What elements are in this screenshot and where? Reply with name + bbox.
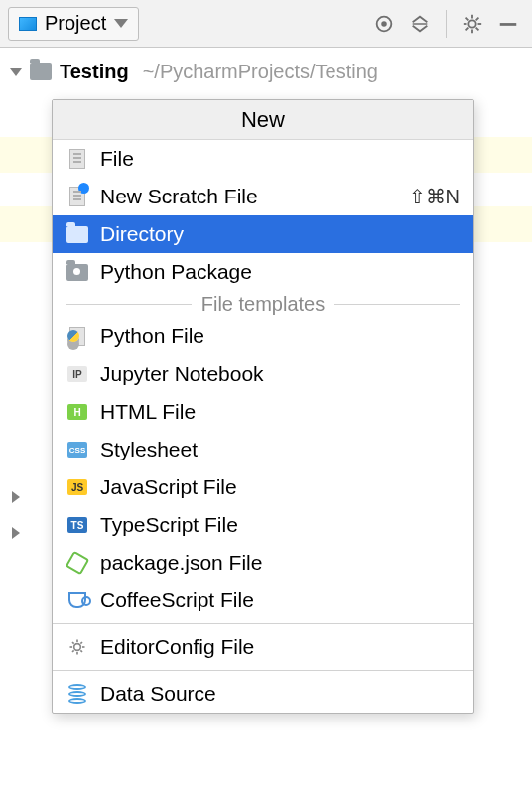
menu-item-file[interactable]: File [53,140,473,178]
file-icon [66,148,88,170]
html-file-icon: H [66,401,88,423]
svg-line-18 [72,642,74,644]
svg-line-10 [466,27,469,30]
chevron-down-icon [114,19,128,28]
scroll-from-source-icon[interactable] [370,10,398,38]
folder-icon [30,63,52,80]
menu-item-label: Directory [100,222,184,246]
menu-item-label: Stylesheet [100,438,198,461]
menu-item-stylesheet[interactable]: CSS Stylesheet [53,431,473,468]
js-file-icon: JS [66,476,88,498]
menu-section-file-templates: File templates [53,291,473,318]
menu-item-label: File [100,147,134,171]
menu-item-editorconfig[interactable]: EditorConfig File [53,628,473,666]
menu-item-label: Python Package [100,260,252,284]
menu-item-python-file[interactable]: Python File [53,318,473,355]
svg-point-1 [381,21,387,27]
database-icon [66,683,88,705]
menu-item-label: Jupyter Notebook [100,362,264,386]
gear-icon [66,636,88,658]
minimize-icon[interactable] [494,10,522,38]
menu-item-label: New Scratch File [100,185,258,208]
coffee-icon [66,590,88,611]
jupyter-icon: IP [66,363,88,385]
python-file-icon [66,326,88,347]
expand-toggle-icon[interactable] [12,491,20,503]
menu-item-label: TypeScript File [100,513,238,537]
menu-item-html-file[interactable]: H HTML File [53,393,473,431]
new-context-menu: New File New Scratch File ⇧⌘N Directory … [52,99,474,714]
menu-item-python-package[interactable]: Python Package [53,253,473,291]
tree-root-row[interactable]: Testing ~/PycharmProjects/Testing [0,54,532,89]
project-view-selector[interactable]: Project [8,7,139,41]
svg-line-11 [476,17,479,20]
menu-item-typescript-file[interactable]: TS TypeScript File [53,506,473,544]
svg-line-20 [72,650,74,652]
menu-item-data-source[interactable]: Data Source [53,675,473,713]
scratch-file-icon [66,186,88,207]
svg-rect-12 [500,23,517,26]
menu-title: New [241,107,285,133]
menu-item-scratch-file[interactable]: New Scratch File ⇧⌘N [53,178,473,215]
collapse-all-icon[interactable] [406,10,434,38]
toolbar-separator [446,10,447,38]
menu-item-label: Python File [100,325,204,348]
menu-item-label: Data Source [100,682,216,706]
menu-item-label: CoffeeScript File [100,589,254,612]
ts-file-icon: TS [66,514,88,536]
package-icon [66,261,88,283]
menu-divider [53,623,473,624]
project-icon [19,17,37,31]
menu-item-shortcut: ⇧⌘N [409,185,460,208]
menu-item-package-json[interactable]: package.json File [53,544,473,582]
menu-item-javascript-file[interactable]: JS JavaScript File [53,468,473,506]
menu-item-jupyter-notebook[interactable]: IP Jupyter Notebook [53,355,473,393]
menu-item-coffeescript-file[interactable]: CoffeeScript File [53,582,473,619]
tree-root-path: ~/PycharmProjects/Testing [143,61,378,83]
menu-section-label: File templates [192,293,335,316]
svg-point-3 [468,20,475,27]
folder-icon [66,223,88,245]
nodejs-icon [66,552,88,574]
expand-toggle-icon[interactable] [10,68,22,76]
gear-icon[interactable] [459,10,486,38]
tree-root-label: Testing [60,61,129,83]
svg-line-9 [476,27,479,30]
menu-item-directory[interactable]: Directory [53,215,473,253]
menu-header: New [53,100,473,140]
project-toolbar: Project [0,0,532,48]
svg-line-19 [80,650,82,652]
css-file-icon: CSS [66,439,88,460]
svg-line-21 [80,642,82,644]
project-view-label: Project [45,12,106,35]
menu-divider [53,670,473,671]
menu-item-label: HTML File [100,400,196,424]
menu-item-label: package.json File [100,551,262,575]
menu-item-label: EditorConfig File [100,635,254,659]
svg-point-13 [74,644,81,651]
project-tree: Testing ~/PycharmProjects/Testing [0,48,532,89]
menu-item-label: JavaScript File [100,475,237,499]
svg-line-8 [466,17,469,20]
svg-rect-2 [413,23,428,24]
expand-toggle-icon[interactable] [12,527,20,539]
